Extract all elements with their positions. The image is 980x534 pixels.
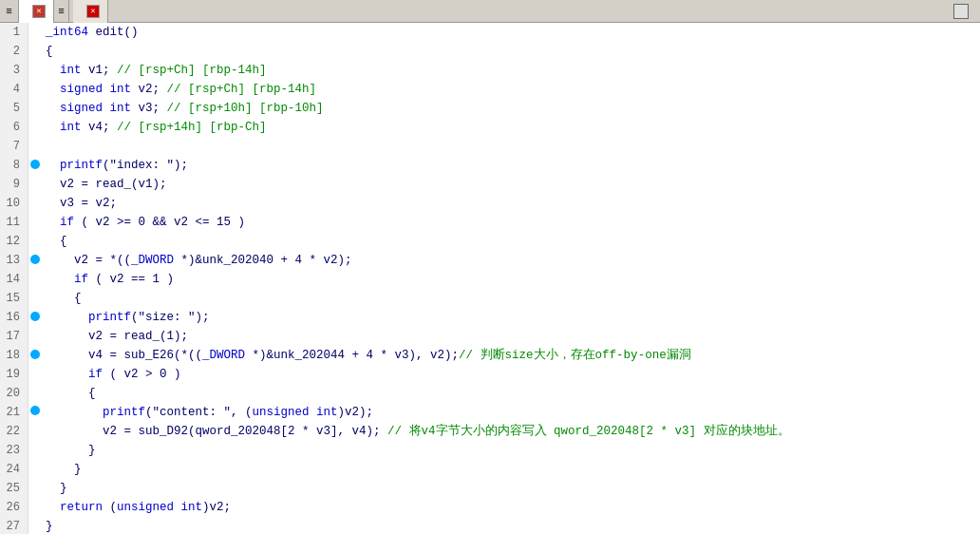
line-number: 22 xyxy=(4,422,24,441)
breakpoint-indicator[interactable] xyxy=(28,174,42,193)
breakpoint-indicator[interactable] xyxy=(28,288,42,307)
breakpoint-indicator[interactable] xyxy=(28,155,42,174)
line-number: 16 xyxy=(4,308,24,327)
line-number: 3 xyxy=(4,61,24,80)
line-number: 9 xyxy=(4,175,24,194)
line-number: 5 xyxy=(4,99,24,118)
code-line: v2 = read_(1); xyxy=(46,327,980,346)
breakpoint-indicator[interactable] xyxy=(28,231,42,250)
code-line: v2 = read_(v1); xyxy=(46,175,980,194)
line-number: 19 xyxy=(4,365,24,384)
line-number: 17 xyxy=(4,327,24,346)
tab-pseudocode[interactable]: ✕ xyxy=(73,0,108,23)
breakpoint-indicator[interactable] xyxy=(28,80,42,99)
breakpoint-dot xyxy=(30,350,40,359)
code-line: signed int v2; // [rsp+Ch] [rbp-14h] xyxy=(46,80,980,99)
line-number: 20 xyxy=(4,384,24,403)
line-number: 7 xyxy=(4,137,24,156)
window-icon: ≡ xyxy=(0,0,19,23)
breakpoint-indicator[interactable] xyxy=(28,42,42,61)
breakpoint-indicator[interactable] xyxy=(28,212,42,231)
line-number: 8 xyxy=(4,156,24,175)
code-line: v4 = sub_E26(*((_DWORD *)&unk_202044 + 4… xyxy=(46,346,980,365)
line-number: 18 xyxy=(4,346,24,365)
breakpoint-indicator[interactable] xyxy=(28,439,42,458)
breakpoint-indicator[interactable] xyxy=(28,99,42,118)
breakpoint-indicator[interactable] xyxy=(28,137,42,156)
breakpoint-indicator[interactable] xyxy=(28,193,42,212)
breakpoint-dot xyxy=(30,255,40,264)
tab-ida-view[interactable]: ✕ xyxy=(19,0,54,23)
breakpoint-indicator[interactable] xyxy=(28,458,42,477)
breakpoint-indicator[interactable] xyxy=(28,420,42,439)
line-number-gutter: 1234567891011121314151617181920212223242… xyxy=(0,23,28,534)
breakpoint-indicator[interactable] xyxy=(28,326,42,345)
line-number: 15 xyxy=(4,289,24,308)
tab-add-button[interactable]: ≡ xyxy=(54,0,69,23)
line-number: 10 xyxy=(4,194,24,213)
code-line: printf("size: "); xyxy=(46,308,980,327)
line-number: 14 xyxy=(4,270,24,289)
code-line: v3 = v2; xyxy=(46,194,980,213)
code-line: } xyxy=(46,441,980,460)
code-line: if ( v2 >= 0 && v2 <= 15 ) xyxy=(46,213,980,232)
breakpoint-dot xyxy=(30,160,40,169)
line-number: 26 xyxy=(4,498,24,517)
line-number: 12 xyxy=(4,232,24,251)
breakpoint-gutter xyxy=(28,23,42,534)
code-line: v2 = sub_D92(qword_202048[2 * v3], v4); … xyxy=(46,422,980,441)
breakpoint-indicator[interactable] xyxy=(28,61,42,80)
line-number: 4 xyxy=(4,80,24,99)
code-line: printf("index: "); xyxy=(46,156,980,175)
breakpoint-indicator[interactable] xyxy=(28,307,42,326)
code-line xyxy=(46,137,980,156)
code-line: int v1; // [rsp+Ch] [rbp-14h] xyxy=(46,61,980,80)
code-line: return (unsigned int)v2; xyxy=(46,498,980,517)
line-number: 13 xyxy=(4,251,24,270)
breakpoint-indicator[interactable] xyxy=(28,118,42,137)
code-line: int v4; // [rsp+14h] [rbp-Ch] xyxy=(46,118,980,137)
breakpoint-indicator[interactable] xyxy=(28,383,42,402)
breakpoint-dot xyxy=(30,406,40,415)
breakpoint-indicator[interactable] xyxy=(28,345,42,364)
code-line: printf("content: ", (unsigned int)v2); xyxy=(46,403,980,422)
breakpoint-indicator[interactable] xyxy=(28,496,42,515)
code-line: } xyxy=(46,460,980,479)
breakpoint-indicator[interactable] xyxy=(28,23,42,42)
tab-bar: ≡ ✕ ≡ ✕ xyxy=(0,0,980,23)
breakpoint-indicator[interactable] xyxy=(28,364,42,383)
breakpoint-indicator[interactable] xyxy=(28,515,42,534)
line-number: 2 xyxy=(4,42,24,61)
line-number: 24 xyxy=(4,460,24,479)
code-line: { xyxy=(46,289,980,308)
line-number: 27 xyxy=(4,517,24,534)
line-number: 23 xyxy=(4,441,24,460)
code-line: { xyxy=(46,232,980,251)
code-line: v2 = *((_DWORD *)&unk_202040 + 4 * v2); xyxy=(46,251,980,270)
code-line: { xyxy=(46,42,980,61)
breakpoint-dot xyxy=(30,312,40,321)
strings-icon xyxy=(953,4,969,19)
code-line: signed int v3; // [rsp+10h] [rbp-10h] xyxy=(46,99,980,118)
line-number: 21 xyxy=(4,403,24,422)
code-area: _int64 edit(){ int v1; // [rsp+Ch] [rbp-… xyxy=(42,23,980,534)
code-line: if ( v2 == 1 ) xyxy=(46,270,980,289)
line-number: 6 xyxy=(4,118,24,137)
line-number: 1 xyxy=(4,23,24,42)
breakpoint-indicator[interactable] xyxy=(28,269,42,288)
breakpoint-indicator[interactable] xyxy=(28,477,42,496)
line-number: 25 xyxy=(4,479,24,498)
tab-ida-close[interactable]: ✕ xyxy=(32,5,46,18)
breakpoint-indicator[interactable] xyxy=(28,250,42,269)
tab-pseudocode-close[interactable]: ✕ xyxy=(86,5,100,18)
code-line: if ( v2 > 0 ) xyxy=(46,365,980,384)
main-content: 1234567891011121314151617181920212223242… xyxy=(0,23,980,534)
code-line: _int64 edit() xyxy=(46,23,980,42)
line-number: 11 xyxy=(4,213,24,232)
breakpoint-indicator[interactable] xyxy=(28,401,42,420)
strings-tab-area xyxy=(108,4,980,19)
code-line: } xyxy=(46,517,980,534)
code-line: } xyxy=(46,479,980,498)
code-line: { xyxy=(46,384,980,403)
